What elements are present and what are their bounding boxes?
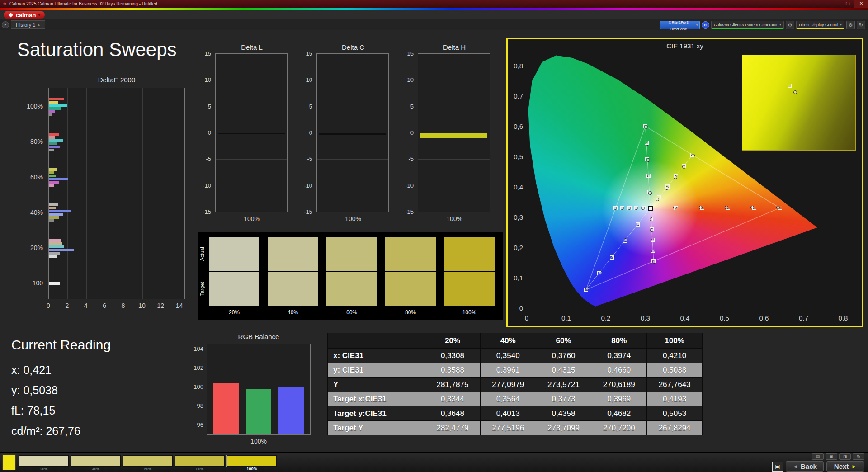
target-swatch [385, 272, 436, 306]
y-tick-label: 0,7 [514, 92, 523, 100]
tab-nav-button[interactable]: ▸ [2, 21, 9, 28]
pattern-swatch[interactable]: 20% [19, 455, 69, 472]
close-button[interactable]: ✕ [854, 0, 868, 8]
pattern-swatch[interactable]: 100% [227, 455, 277, 472]
target-point [645, 141, 649, 145]
deltae-bar [49, 136, 55, 139]
cell-value: 0,3974 [591, 349, 647, 363]
delta-bar [319, 133, 386, 135]
pattern-generator-label: CalMAN Client 3 Pattern Generator [714, 23, 778, 27]
y-tick-label: -5 [401, 156, 416, 162]
grid-line [207, 368, 310, 368]
deltae-bar [49, 133, 59, 136]
chart-title: Delta C [316, 43, 390, 51]
chart-title: DeltaE 2000 [48, 76, 185, 84]
reading-fl: fL: 78,15 [11, 401, 165, 421]
table-row: Target x:CIE310,33440,35640,37730,39690,… [328, 392, 703, 406]
display-control-button[interactable]: Direct Display Control ▾ [796, 21, 844, 29]
cell-value: 0,5038 [647, 363, 703, 378]
cell-value: 0,4210 [647, 349, 703, 363]
grid-line [317, 186, 388, 186]
target-point [651, 238, 655, 242]
grid-line [317, 159, 388, 160]
delta-c-chart: Delta C 151050-5-10-15 100% [300, 43, 394, 231]
column-header: 20% [425, 333, 481, 349]
deltae-bar [49, 101, 58, 104]
delta-l-x-label: 100% [215, 215, 288, 222]
next-label: Next [834, 463, 849, 470]
target-swatch [268, 272, 318, 306]
back-button[interactable]: ◄ Back [786, 461, 824, 472]
grid-line [418, 107, 490, 107]
minimize-button[interactable]: – [827, 0, 841, 8]
deltae-bar [49, 210, 71, 212]
y-tick-label: 15 [401, 50, 416, 57]
tab-history-1[interactable]: History 1 ▸ [11, 20, 45, 29]
y-tick-label: 5 [401, 103, 416, 109]
pattern-swatch[interactable]: 60% [123, 455, 173, 472]
calman-logo-menu[interactable]: ❖ calman ▾ [4, 11, 45, 19]
y-tick-label: 98 [188, 402, 206, 409]
pattern-icon-button[interactable]: ▣ [826, 453, 837, 460]
target-point [623, 239, 627, 243]
current-reading: Current Reading x: 0,421 y: 0,5038 fL: 7… [11, 337, 165, 441]
deltae-bar [49, 252, 60, 255]
split-view-icon-button[interactable]: ◨ [839, 453, 851, 460]
tab-label: History 1 [16, 22, 35, 28]
cell-value: 281,7875 [425, 378, 481, 392]
maximize-button[interactable]: ▢ [841, 0, 854, 8]
rgb-bar [278, 387, 304, 434]
target-point [610, 255, 614, 260]
next-button[interactable]: Next ► [826, 461, 864, 472]
refresh-button[interactable]: ↻ [857, 21, 865, 29]
cell-value: 0,3344 [425, 392, 481, 406]
grid-line [216, 80, 287, 80]
target-point [657, 195, 661, 199]
table-header: 20%40%60%80%100% [328, 333, 703, 349]
pattern-swatch-label: 20% [19, 467, 69, 472]
target-point [636, 222, 640, 227]
y-tick-label: 0 [401, 129, 416, 136]
pattern-swatch-strip: 20%40%60%80%100% [19, 455, 277, 472]
target-point [674, 206, 678, 210]
pattern-generator-settings-button[interactable]: ⚙ [786, 21, 794, 29]
grid-icon-button[interactable]: ▤ [812, 453, 824, 460]
delta-bar [218, 133, 285, 134]
pattern-swatch[interactable]: 40% [71, 455, 121, 472]
deltae-bar [49, 245, 64, 248]
refresh-icon-button[interactable]: ↻ [853, 453, 864, 460]
x-tick-label: 10 [138, 302, 146, 309]
cell-value: 0,3773 [536, 392, 591, 406]
y-tick-label: 5 [199, 103, 213, 109]
device-toolbar: X-Rite i1Pro 3 Direct View ▾ i1 CalMAN C… [660, 20, 865, 29]
x-tick-label: 0,2 [601, 314, 611, 322]
deltae-bar [49, 110, 55, 113]
table-header-row: 20%40%60%80%100% [328, 333, 703, 349]
x-tick-label: 0,6 [760, 314, 769, 322]
cell-value: 267,7643 [647, 378, 703, 392]
target-point [651, 259, 656, 263]
row-label: Target Y [328, 421, 425, 435]
target-point [627, 206, 632, 210]
pattern-generator-button[interactable]: CalMAN Client 3 Pattern Generator ▾ [711, 21, 784, 29]
tab-bar: ▸ History 1 ▸ X-Rite i1Pro 3 Direct View… [0, 19, 868, 30]
table-row: Target Y282,4779277,5196273,7099270,7200… [328, 421, 703, 435]
target-point [778, 206, 782, 210]
x-tick-label: 0,5 [720, 314, 729, 322]
display-control-settings-button[interactable]: ⚙ [846, 21, 855, 29]
pattern-window-button[interactable]: ▣ [772, 462, 783, 472]
pattern-swatch[interactable]: 80% [175, 455, 225, 472]
chevron-down-icon: ▾ [840, 23, 842, 27]
grid-line [216, 107, 287, 107]
display-control-label: Direct Display Control [799, 23, 838, 27]
x-tick-label: 0,7 [799, 314, 808, 322]
meter-select-button[interactable]: X-Rite i1Pro 3 Direct View ▾ [660, 21, 700, 29]
delta-h-plot-area [418, 53, 490, 212]
grid-line [216, 186, 287, 186]
target-swatch [326, 272, 377, 306]
deltae-bar [49, 168, 57, 171]
current-reading-title: Current Reading [11, 337, 165, 353]
grid-line [418, 186, 490, 186]
rgb-y-axis: 1041021009896 [188, 344, 206, 435]
deltae-bar [49, 142, 57, 145]
